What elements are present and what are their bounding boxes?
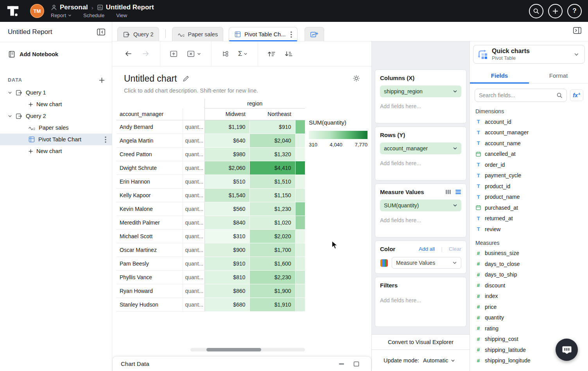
field-item-account-id[interactable]: Taccount_id [470,116,588,127]
pivot-value-cell[interactable]: $980 [204,147,249,161]
field-pill-shipping-region[interactable]: shipping_region [380,86,461,97]
pivot-value-cell[interactable]: $640 [204,134,249,147]
field-item-returned-at[interactable]: Treturned_at [470,213,588,224]
tab-fields[interactable]: Fields [470,69,529,83]
update-mode-select[interactable]: Automatic [423,357,455,364]
field-item-product-name[interactable]: Tproduct_name [470,192,588,203]
pivot-value-cell[interactable]: $1,910 [249,298,295,311]
menu-view[interactable]: View [116,12,127,18]
pivot-value-cell[interactable]: $2,230 [249,270,295,284]
menu-report[interactable]: Report [51,12,72,18]
quick-charts-selector[interactable]: Quick charts Pivot Table [473,45,585,64]
collapse-sidebar-icon[interactable] [97,28,106,36]
help-button[interactable]: ? [567,4,582,18]
field-item-order-id[interactable]: Torder_id [470,159,588,170]
undo-button[interactable] [122,48,134,60]
chart-data-bar[interactable]: Chart Data [112,356,371,371]
columns-x-dropzone[interactable]: Add fields here... [380,103,461,109]
pivot-value-cell[interactable]: $860 [204,284,249,298]
add-data-icon[interactable] [99,77,105,83]
measure-item-days-to-close[interactable]: #days_to_close [470,259,588,269]
chart-description-placeholder[interactable]: Click to add chart description. Shift-en… [124,87,360,94]
pivot-value-cell[interactable]: $910 [249,120,295,134]
edit-title-icon[interactable] [183,75,189,82]
add-step-button[interactable] [168,48,180,60]
pivot-value-cell[interactable]: $1,230 [249,202,295,216]
convert-to-visual-explorer-button[interactable]: Convert to Visual Explorer [372,334,470,350]
add-button[interactable] [548,4,563,18]
workspace-name[interactable]: Personal [60,4,88,11]
field-item-purchased-at[interactable]: purchased_at [470,202,588,213]
pivot-value-cell[interactable]: $1,020 [249,216,295,229]
clear-step-button[interactable] [185,48,203,60]
pivot-value-cell[interactable]: $1,190 [204,120,249,134]
color-by-pill[interactable]: Measure Values [392,257,461,269]
pivot-value-cell[interactable]: $560 [204,202,249,216]
sidebar-item-new-chart[interactable]: New chart [0,98,112,110]
tab-paper-sales[interactable]: 2Paper sales [172,27,224,41]
pivot-value-cell[interactable]: $1,600 [249,257,295,270]
field-item-review[interactable]: Treview [470,224,588,235]
measure-item-days-to-ship[interactable]: #days_to_ship [470,269,588,280]
rows-y-dropzone[interactable]: Add fields here... [380,160,461,166]
pivot-value-cell[interactable]: $2,020 [249,229,295,243]
columns-layout-icon[interactable] [445,189,451,194]
app-logo[interactable] [6,4,20,18]
pivot-value-cell[interactable]: $1,540 [204,188,249,202]
field-item-account-name[interactable]: Taccount_name [470,138,588,149]
color-palette-icon[interactable] [380,259,388,267]
field-item-account-manager[interactable]: Taccount_manager [470,127,588,138]
pivot-value-cell[interactable]: $1,700 [249,243,295,257]
field-item-payment-cycle[interactable]: Tpayment_cycle [470,170,588,181]
measure-item-index[interactable]: #index [470,291,588,302]
chart-title[interactable]: Untitled chart [124,73,177,84]
pivot-value-cell[interactable]: $910 [204,257,249,270]
pivot-value-cell[interactable]: $840 [204,216,249,229]
pivot-value-cell[interactable]: $2,060 [204,161,249,175]
add-notebook-button[interactable]: Add Notebook [0,48,112,61]
pivot-value-cell[interactable]: $4,410 [249,161,295,175]
tab-format[interactable]: Format [529,69,588,83]
tab-query-2[interactable]: Query 2 [117,27,159,41]
kebab-menu-icon[interactable] [105,136,106,143]
sidebar-item-query-1[interactable]: Query 1 [0,87,112,98]
pivot-value-cell[interactable]: $1,320 [249,147,295,161]
redo-button[interactable] [140,48,151,60]
search-button[interactable] [529,4,543,18]
measure-item-business-size[interactable]: #business_size [470,248,588,259]
menu-schedule[interactable]: Schedule [83,12,104,18]
measure-values-dropzone[interactable]: Add fields here... [380,217,461,223]
kebab-menu-icon[interactable] [290,31,292,38]
chat-widget-button[interactable] [556,339,578,361]
pivot-value-cell[interactable]: $2,040 [249,134,295,147]
add-all-link[interactable]: Add all [419,246,435,252]
field-pill-sum-quantity[interactable]: SUM(quantity) [380,200,461,211]
pivot-value-cell[interactable]: $680 [204,298,249,311]
clear-link[interactable]: Clear [449,246,461,252]
avatar[interactable]: TM [30,4,44,18]
gear-icon[interactable] [352,74,360,82]
pivot-value-cell[interactable]: $810 [204,270,249,284]
field-item-cancelled-at[interactable]: cancelled_at [470,149,588,160]
chevron-down-icon[interactable] [8,114,12,118]
new-chart-tab-button[interactable] [305,27,324,41]
aggregate-button[interactable]: Σ [237,48,249,60]
sort-descending-button[interactable] [283,48,295,60]
field-item-product-id[interactable]: Tproduct_id [470,181,588,192]
measure-item-price[interactable]: #price [470,301,588,312]
measure-item-discount[interactable]: #discount [470,280,588,291]
rows-layout-icon[interactable] [455,189,461,194]
sidebar-item-query-2[interactable]: Query 2 [0,110,112,122]
sidebar-item-pivot-table-chart[interactable]: Pivot Table Chart [0,134,112,145]
pivot-value-cell[interactable]: $510 [204,175,249,188]
sort-ascending-button[interactable] [266,48,278,60]
tab-pivot-table-ch[interactable]: Pivot Table Ch... [229,27,297,41]
minimize-icon[interactable] [339,363,345,365]
breadcrumb-report-title[interactable]: Untitled Report [106,4,154,11]
pivot-value-cell[interactable]: $310 [204,229,249,243]
pivot-value-cell[interactable]: $1,900 [249,284,295,298]
scrollbar-thumb[interactable] [206,348,261,351]
filters-dropzone[interactable]: Add fields here... [380,297,461,303]
measure-item-quantity[interactable]: #quantity [470,312,588,323]
pivot-value-cell[interactable]: $1,150 [249,188,295,202]
